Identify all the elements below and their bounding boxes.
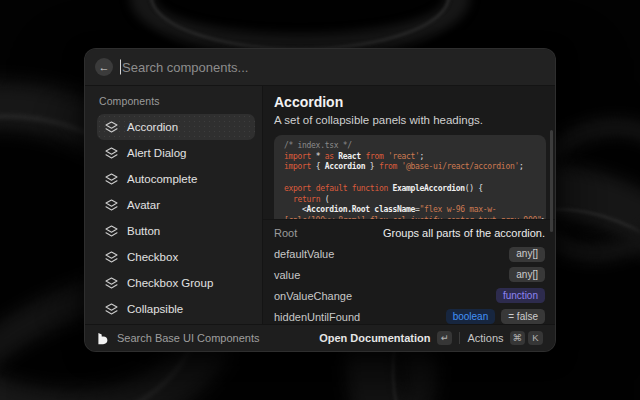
type-badge-plain: any[] [509, 247, 545, 262]
sidebar-item-label: Autocomplete [127, 173, 197, 185]
sidebar-item-collapsible[interactable]: Collapsible [97, 296, 255, 322]
prop-name: hiddenUntilFound [274, 311, 360, 323]
footer-bar: Search Base UI Components Open Documenta… [85, 324, 555, 351]
back-button[interactable]: ← [95, 58, 113, 76]
sidebar-item-label: Avatar [127, 199, 160, 211]
prop-value: any[] [509, 267, 545, 282]
component-title: Accordion [274, 94, 546, 110]
return-key-icon: ↵ [437, 331, 452, 345]
sidebar-item-button[interactable]: Button [97, 218, 255, 244]
base-ui-logo [97, 332, 108, 345]
stack-icon [105, 199, 118, 212]
prop-row-hiddenuntilfound: hiddenUntilFoundboolean= false [274, 306, 545, 327]
scrollbar-thumb[interactable] [550, 130, 553, 232]
type-badge-plain: = false [501, 309, 545, 324]
component-description: A set of collapsible panels with heading… [274, 114, 546, 127]
sidebar-heading: Components [99, 95, 255, 107]
prop-name: onValueChange [274, 290, 352, 302]
footer-divider [459, 332, 460, 344]
actions-button[interactable]: Actions ⌘K [467, 331, 543, 345]
back-arrow-icon: ← [99, 61, 110, 73]
detail-panel: Accordion A set of collapsible panels wi… [263, 86, 555, 324]
text-caret [120, 60, 121, 75]
open-documentation-button[interactable]: Open Documentation ↵ [319, 331, 452, 345]
stack-icon [105, 147, 118, 160]
sidebar: Components AccordionAlert DialogAutocomp… [85, 86, 263, 324]
actions-label: Actions [467, 332, 503, 344]
actions-shortcut-keys: ⌘K [510, 331, 544, 345]
prop-value: Groups all parts of the accordion. [383, 227, 545, 239]
sidebar-item-label: Checkbox Group [127, 277, 213, 289]
key-k: K [528, 331, 543, 345]
prop-row-root: RootGroups all parts of the accordion. [274, 223, 545, 244]
prop-name: defaultValue [274, 248, 334, 260]
sidebar-item-alert-dialog[interactable]: Alert Dialog [97, 140, 255, 166]
stack-icon [105, 277, 118, 290]
prop-row-defaultvalue: defaultValueany[] [274, 244, 545, 265]
dialog-body: Components AccordionAlert DialogAutocomp… [85, 86, 555, 324]
prop-value: boolean= false [446, 309, 545, 324]
prop-value: any[] [509, 247, 545, 262]
sidebar-item-checkbox[interactable]: Checkbox [97, 244, 255, 270]
sidebar-item-label: Checkbox [127, 251, 178, 263]
footer-actions: Open Documentation ↵ Actions ⌘K [319, 331, 543, 345]
prop-value: function [496, 288, 545, 303]
stack-icon [105, 303, 118, 316]
sidebar-item-label: Button [127, 225, 160, 237]
sidebar-item-checkbox-group[interactable]: Checkbox Group [97, 270, 255, 296]
sidebar-item-avatar[interactable]: Avatar [97, 192, 255, 218]
code-block: /* index.tsx */ import * as React from '… [274, 135, 546, 219]
sidebar-item-label: Alert Dialog [127, 147, 186, 159]
command-dialog: ← Components AccordionAlert DialogAutoco… [84, 48, 556, 352]
search-input[interactable] [120, 60, 545, 75]
sidebar-item-label: Collapsible [127, 303, 183, 315]
stack-icon [105, 121, 118, 134]
stack-icon [105, 173, 118, 186]
command-key-icon: ⌘ [510, 331, 526, 345]
sidebar-list: AccordionAlert DialogAutocompleteAvatarB… [97, 114, 255, 324]
search-bar: ← [85, 49, 555, 86]
open-documentation-label: Open Documentation [319, 332, 430, 344]
prop-name: Root [274, 227, 297, 239]
search-field-wrap [120, 60, 545, 75]
prop-name: value [274, 269, 300, 281]
props-list: RootGroups all parts of the accordion.de… [263, 219, 555, 327]
type-badge-function: function [496, 288, 545, 303]
sidebar-item-accordion[interactable]: Accordion [97, 114, 255, 140]
detail-header: Accordion A set of collapsible panels wi… [263, 86, 555, 219]
prop-row-value: valueany[] [274, 265, 545, 286]
type-badge-plain: any[] [509, 267, 545, 282]
prop-row-onvaluechange: onValueChangefunction [274, 285, 545, 306]
footer-brand-label: Search Base UI Components [117, 332, 259, 344]
stack-icon [105, 225, 118, 238]
stack-icon [105, 251, 118, 264]
sidebar-item-autocomplete[interactable]: Autocomplete [97, 166, 255, 192]
prop-description: Groups all parts of the accordion. [383, 227, 545, 239]
sidebar-item-label: Accordion [127, 121, 178, 133]
type-badge-boolean: boolean [446, 309, 496, 324]
